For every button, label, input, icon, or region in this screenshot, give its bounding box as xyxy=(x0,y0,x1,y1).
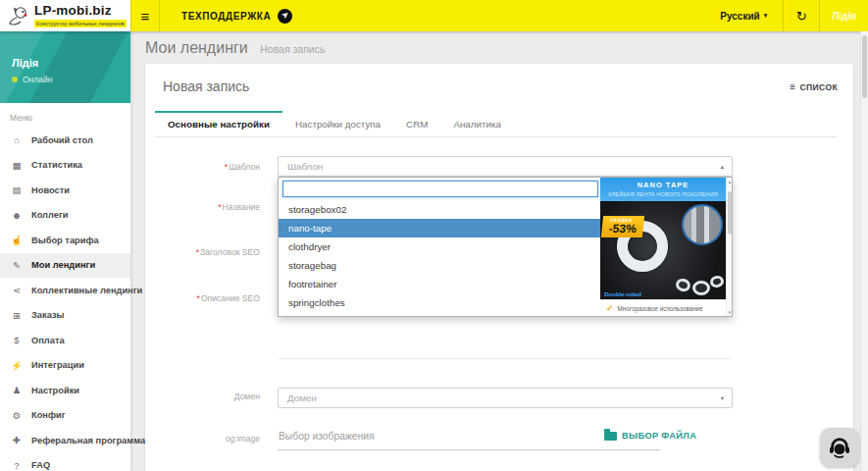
headset-icon xyxy=(827,435,852,460)
sidebar-item-statistics[interactable]: ▦Статистика xyxy=(0,153,130,179)
hand-icon: ☝ xyxy=(10,235,24,245)
gear-icon: ⚙ xyxy=(10,410,24,421)
people-icon: ☻ xyxy=(10,210,24,221)
dollar-icon: $ xyxy=(10,335,24,345)
label-seo-description: *Описание SEO xyxy=(145,293,260,303)
online-status-dot xyxy=(12,77,18,82)
plug-icon: ⚡ xyxy=(10,360,24,371)
sidebar-item-payment[interactable]: $Оплата xyxy=(0,328,130,353)
dropdown-option[interactable]: storagebox02 xyxy=(279,200,602,219)
check-icon: ✓ xyxy=(606,303,614,313)
preview-link: Double-sided xyxy=(604,291,641,297)
sidebar-item-referral[interactable]: ✚Реферальная программа xyxy=(0,428,130,453)
dropdown-option[interactable]: clothdryer xyxy=(279,237,602,256)
choose-file-button[interactable]: ВЫБОР ФАЙЛА xyxy=(604,431,696,441)
cart-icon: ⊞ xyxy=(10,310,24,321)
template-select[interactable]: Шаблон ▴ xyxy=(278,156,733,177)
sidebar-item-my-landings[interactable]: ✎Мои лендинги xyxy=(0,253,130,279)
sidebar-item-integrations[interactable]: ⚡Интеграции xyxy=(0,353,130,379)
sidebar-item-faq[interactable]: ?FAQ xyxy=(0,453,130,471)
inset-photo-circle xyxy=(682,204,723,245)
sidebar-user-panel: Лідія Онлайн xyxy=(0,31,130,103)
person-plus-icon: ✚ xyxy=(10,435,24,445)
preview-header: NANO TAPE КЛЕЙКАЯ ЛЕНТА НОВОГО ПОКОЛЕНИЯ xyxy=(600,178,726,201)
label-seo-title: *Заголовок SEO xyxy=(145,247,260,257)
chevron-down-icon: ▾ xyxy=(721,394,724,402)
desktop-icon: ⌂ xyxy=(10,134,24,145)
dropdown-option[interactable]: footretainer xyxy=(279,275,602,293)
sidebar-item-config[interactable]: ⚙Конфиг xyxy=(0,403,130,429)
question-icon: ? xyxy=(10,460,24,471)
pencil-icon: ✎ xyxy=(10,260,24,271)
form-divider xyxy=(278,358,733,359)
telegram-icon: ➤ xyxy=(278,9,292,24)
sidebar: Лідія Онлайн Меню ⌂Рабочий стол ▦Статист… xyxy=(0,31,130,471)
list-button[interactable]: ≡ СПИСОК xyxy=(790,81,838,92)
topbar-username[interactable]: Лідія xyxy=(820,0,868,31)
refresh-icon[interactable]: ↻ xyxy=(783,0,820,31)
scroll-up-icon[interactable]: ▴ xyxy=(727,179,733,184)
support-link[interactable]: ТЕХПОДДЕРЖКА ➤ xyxy=(181,0,292,31)
online-status-label: Онлайн xyxy=(23,75,52,84)
dropdown-search-input[interactable] xyxy=(282,181,598,197)
page-scrollbar[interactable] xyxy=(860,31,868,471)
logo-tagline: Конструктор мобильных лендингов xyxy=(34,20,127,27)
support-label: ТЕХПОДДЕРЖКА xyxy=(181,11,271,22)
preview-subtitle: КЛЕЙКАЯ ЛЕНТА НОВОГО ПОКОЛЕНИЯ xyxy=(602,191,724,197)
template-preview-card: NANO TAPE КЛЕЙКАЯ ЛЕНТА НОВОГО ПОКОЛЕНИЯ… xyxy=(600,178,726,316)
sidebar-item-collective-landings[interactable]: ⋖Коллективные лендинги xyxy=(0,278,130,303)
breadcrumb-sub: Новая запись xyxy=(260,43,325,55)
topbar: LP-mobi.biz Конструктор мобильных лендин… xyxy=(0,0,868,31)
sidebar-username: Лідія xyxy=(12,57,38,69)
language-select[interactable]: Русский ▾ xyxy=(704,0,783,31)
label-name: *Название xyxy=(145,202,260,212)
dropdown-option[interactable]: storagebag xyxy=(279,256,602,275)
tab-bar: Основные настройки Настройки доступа CRM… xyxy=(155,111,836,137)
language-label: Русский xyxy=(720,11,759,22)
chevron-up-icon: ▴ xyxy=(721,163,724,171)
tab-access-settings[interactable]: Настройки доступа xyxy=(282,111,393,136)
chart-icon: ▦ xyxy=(10,160,24,171)
scroll-down-icon[interactable]: ▾ xyxy=(727,309,733,315)
folder-icon xyxy=(604,432,617,441)
panel-title: Новая запись xyxy=(163,78,249,94)
dog-logo-icon xyxy=(7,6,30,26)
dropdown-option[interactable]: springclothes xyxy=(279,293,602,312)
dropdown-option-selected[interactable]: nano-tape xyxy=(279,219,602,237)
page-title: Мои лендинги xyxy=(145,39,248,56)
main-content: Мои лендинги Новая запись Новая запись ≡… xyxy=(130,31,860,471)
logo[interactable]: LP-mobi.biz Конструктор мобильных лендин… xyxy=(0,0,130,31)
chevron-down-icon: ▾ xyxy=(764,12,768,20)
tab-crm[interactable]: CRM xyxy=(393,111,440,136)
sidebar-item-settings[interactable]: ♟Настройки xyxy=(0,378,130,403)
menu-section-label: Меню xyxy=(10,113,130,123)
list-icon: ≡ xyxy=(790,81,795,92)
news-icon: ▤ xyxy=(10,184,24,195)
tab-analytics[interactable]: Аналитика xyxy=(440,111,514,136)
share-icon: ⋖ xyxy=(10,285,24,295)
label-domain: Домен xyxy=(145,392,260,401)
label-template: *Шаблон xyxy=(145,162,260,172)
breadcrumb: Мои лендинги Новая запись xyxy=(130,31,860,57)
new-record-panel: Новая запись ≡ СПИСОК Основные настройки… xyxy=(145,64,853,471)
dropdown-scrollbar[interactable]: ▴ ▾ xyxy=(726,178,732,316)
label-og-image: og:image xyxy=(145,434,260,444)
tab-main-settings[interactable]: Основные настройки xyxy=(155,111,282,136)
og-image-input[interactable] xyxy=(278,427,660,450)
preview-feature-row: ✓ Многоразовое использование xyxy=(600,299,726,316)
preview-image: СКИДКА -53% Double-sided xyxy=(600,201,726,299)
template-dropdown: storagebox02 nano-tape clothdryer storag… xyxy=(278,177,733,317)
page-scrollbar-thumb[interactable] xyxy=(862,35,867,98)
sidebar-item-colleagues[interactable]: ☻Коллеги xyxy=(0,203,130,229)
sidebar-item-news[interactable]: ▤Новости xyxy=(0,178,130,203)
sidebar-item-orders[interactable]: ⊞Заказы xyxy=(0,303,130,329)
scrollbar-thumb[interactable] xyxy=(728,191,732,235)
support-widget-button[interactable] xyxy=(820,428,859,467)
domain-select[interactable]: Домен ▾ xyxy=(278,388,733,408)
hamburger-icon[interactable]: ≡ xyxy=(130,0,160,31)
logo-title: LP-mobi.biz xyxy=(34,4,127,18)
discount-badge: СКИДКА -53% xyxy=(601,216,644,237)
sidebar-item-desktop[interactable]: ⌂Рабочий стол xyxy=(0,128,130,153)
preview-title: NANO TAPE xyxy=(602,181,724,189)
sidebar-item-tariff[interactable]: ☝Выбор тарифа xyxy=(0,228,130,253)
